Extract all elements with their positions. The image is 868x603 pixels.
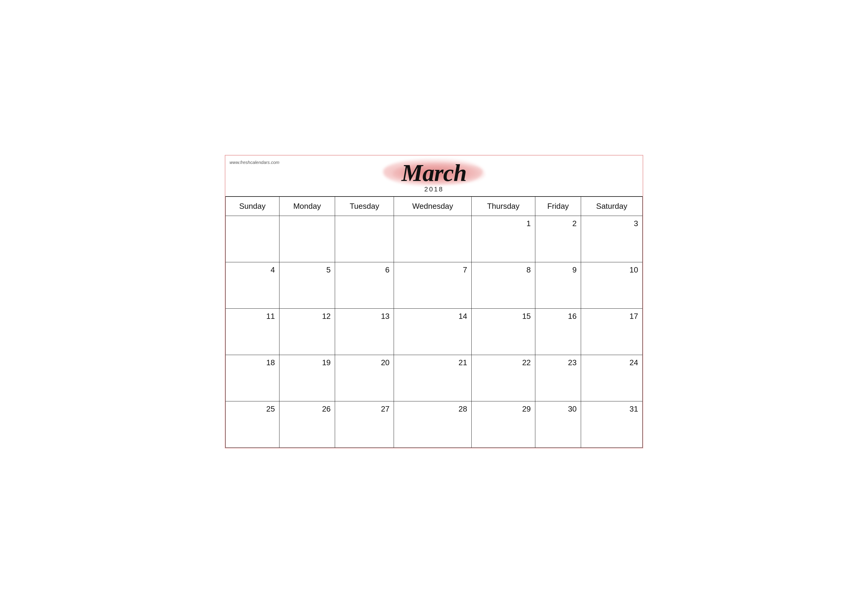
day-number-5: 5 bbox=[326, 265, 331, 274]
day-number-15: 15 bbox=[522, 312, 531, 321]
empty-cell-w0-d0 bbox=[226, 216, 279, 262]
day-cell-12: 12 bbox=[279, 308, 335, 355]
header-thursday: Thursday bbox=[471, 196, 535, 216]
day-number-30: 30 bbox=[568, 404, 577, 413]
empty-cell-w0-d1 bbox=[279, 216, 335, 262]
day-cell-4: 4 bbox=[226, 262, 279, 308]
day-cell-26: 26 bbox=[279, 401, 335, 447]
day-cell-18: 18 bbox=[226, 355, 279, 401]
header-monday: Monday bbox=[279, 196, 335, 216]
day-number-24: 24 bbox=[629, 358, 638, 367]
day-cell-31: 31 bbox=[581, 401, 643, 447]
day-cell-10: 10 bbox=[581, 262, 643, 308]
header-friday: Friday bbox=[535, 196, 581, 216]
day-cell-23: 23 bbox=[535, 355, 581, 401]
day-cell-24: 24 bbox=[581, 355, 643, 401]
empty-cell-w0-d2 bbox=[335, 216, 394, 262]
header-saturday: Saturday bbox=[581, 196, 643, 216]
week-row-3: 11121314151617 bbox=[226, 308, 643, 355]
day-number-29: 29 bbox=[522, 404, 531, 413]
day-number-19: 19 bbox=[322, 358, 331, 367]
day-cell-28: 28 bbox=[394, 401, 472, 447]
day-number-2: 2 bbox=[572, 219, 577, 228]
day-cell-19: 19 bbox=[279, 355, 335, 401]
day-cell-20: 20 bbox=[335, 355, 394, 401]
day-cell-5: 5 bbox=[279, 262, 335, 308]
day-number-31: 31 bbox=[629, 404, 638, 413]
day-cell-21: 21 bbox=[394, 355, 472, 401]
header-wednesday: Wednesday bbox=[394, 196, 472, 216]
day-number-1: 1 bbox=[526, 219, 530, 228]
day-number-9: 9 bbox=[572, 265, 577, 274]
day-number-7: 7 bbox=[463, 265, 467, 274]
day-cell-1: 1 bbox=[471, 216, 535, 262]
day-number-13: 13 bbox=[381, 312, 390, 321]
day-number-27: 27 bbox=[381, 404, 390, 413]
day-cell-15: 15 bbox=[471, 308, 535, 355]
day-number-28: 28 bbox=[458, 404, 467, 413]
day-cell-16: 16 bbox=[535, 308, 581, 355]
day-number-8: 8 bbox=[526, 265, 530, 274]
day-cell-6: 6 bbox=[335, 262, 394, 308]
day-cell-29: 29 bbox=[471, 401, 535, 447]
day-cell-3: 3 bbox=[581, 216, 643, 262]
day-cell-7: 7 bbox=[394, 262, 472, 308]
day-number-16: 16 bbox=[568, 312, 577, 321]
day-number-6: 6 bbox=[385, 265, 390, 274]
day-number-11: 11 bbox=[266, 312, 275, 321]
day-cell-8: 8 bbox=[471, 262, 535, 308]
day-number-4: 4 bbox=[270, 265, 275, 274]
week-row-1: 123 bbox=[226, 216, 643, 262]
day-cell-22: 22 bbox=[471, 355, 535, 401]
day-number-26: 26 bbox=[322, 404, 331, 413]
day-cell-13: 13 bbox=[335, 308, 394, 355]
day-cell-30: 30 bbox=[535, 401, 581, 447]
day-cell-11: 11 bbox=[226, 308, 279, 355]
day-cell-2: 2 bbox=[535, 216, 581, 262]
day-number-12: 12 bbox=[322, 312, 331, 321]
day-number-25: 25 bbox=[266, 404, 275, 413]
day-cell-25: 25 bbox=[226, 401, 279, 447]
day-number-20: 20 bbox=[381, 358, 390, 367]
day-number-3: 3 bbox=[634, 219, 638, 228]
day-number-21: 21 bbox=[458, 358, 467, 367]
week-row-5: 25262728293031 bbox=[226, 401, 643, 447]
day-number-17: 17 bbox=[629, 312, 638, 321]
week-row-2: 45678910 bbox=[226, 262, 643, 308]
calendar-header: www.freshcalendars.com March 2018 bbox=[225, 156, 643, 196]
year-label: 2018 bbox=[225, 186, 643, 193]
empty-cell-w0-d3 bbox=[394, 216, 472, 262]
calendar-table: Sunday Monday Tuesday Wednesday Thursday… bbox=[225, 196, 643, 448]
header-sunday: Sunday bbox=[226, 196, 279, 216]
day-cell-17: 17 bbox=[581, 308, 643, 355]
calendar-body: 1234567891011121314151617181920212223242… bbox=[226, 216, 643, 447]
day-cell-14: 14 bbox=[394, 308, 472, 355]
week-row-4: 18192021222324 bbox=[226, 355, 643, 401]
calendar-container: www.freshcalendars.com March 2018 Sunday… bbox=[225, 155, 643, 448]
days-header-row: Sunday Monday Tuesday Wednesday Thursday… bbox=[226, 196, 643, 216]
month-title: March bbox=[401, 161, 466, 185]
day-number-10: 10 bbox=[629, 265, 638, 274]
day-cell-27: 27 bbox=[335, 401, 394, 447]
day-number-14: 14 bbox=[458, 312, 467, 321]
day-number-23: 23 bbox=[568, 358, 577, 367]
day-cell-9: 9 bbox=[535, 262, 581, 308]
day-number-22: 22 bbox=[522, 358, 531, 367]
watercolor-title-area: March bbox=[401, 161, 466, 185]
day-number-18: 18 bbox=[266, 358, 275, 367]
website-label: www.freshcalendars.com bbox=[230, 160, 279, 165]
header-tuesday: Tuesday bbox=[335, 196, 394, 216]
